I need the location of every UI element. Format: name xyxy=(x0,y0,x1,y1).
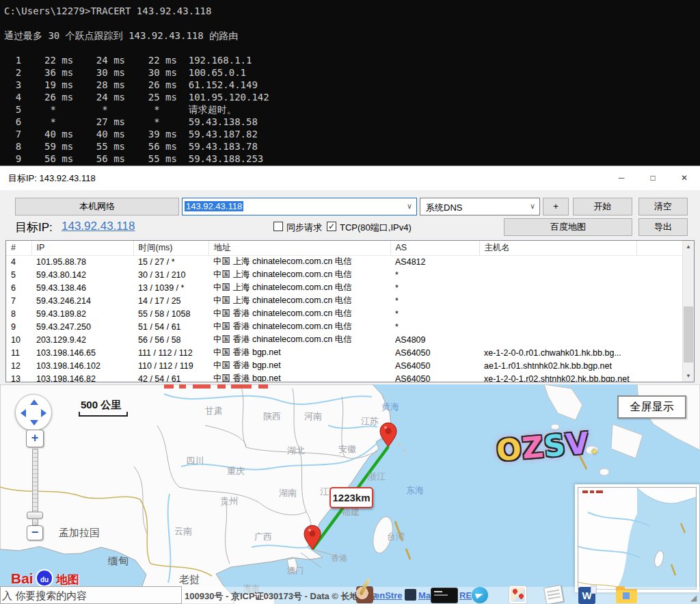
chevron-down-icon[interactable]: ∨ xyxy=(530,202,535,211)
taskbar-search-box[interactable]: 入 你要搜索的内容 xyxy=(0,586,182,604)
table-cell: 59.43.80.142 xyxy=(31,268,133,281)
terminal-line xyxy=(4,42,700,54)
table-cell: * xyxy=(390,307,479,320)
column-header[interactable]: 地址 xyxy=(208,241,390,255)
table-row[interactable]: 959.43.247.25051 / 54 / 61中国 香港 chinatel… xyxy=(6,320,682,333)
chevron-down-icon[interactable]: ∨ xyxy=(407,202,412,211)
ryukyu-chain xyxy=(395,456,587,560)
table-cell: 4 xyxy=(6,255,31,268)
table-row[interactable]: 12103.198.146.102110 / 112 / 119中国 香港 bg… xyxy=(6,359,682,372)
map-pin-shanghai[interactable] xyxy=(380,423,396,447)
avatar-app-icon[interactable] xyxy=(356,586,373,603)
pan-up-icon[interactable] xyxy=(30,399,38,405)
table-cell xyxy=(636,294,682,307)
table-cell: 中国 香港 chinatelecom.com.cn 电信 xyxy=(208,307,390,320)
scroll-up-icon[interactable]: ▲ xyxy=(683,241,694,252)
table-cell: 中国 香港 bgp.net xyxy=(208,346,390,359)
start-button[interactable]: 开始 xyxy=(573,198,632,215)
terminal-line: C:\Users\12279>TRACERT 143.92.43.118 xyxy=(4,5,700,17)
table-row[interactable]: 559.43.80.14230 / 31 / 210中国 上海 chinatel… xyxy=(6,268,682,281)
zoom-slider-handle[interactable] xyxy=(27,512,43,519)
attribution-link[interactable]: RE xyxy=(459,590,472,601)
map-label: 老挝 xyxy=(179,573,200,586)
clear-button[interactable]: 清空 xyxy=(638,198,688,215)
table-cell: 8 xyxy=(6,307,31,320)
map-label: 孟加拉国 xyxy=(59,527,100,540)
dark-app-icon[interactable] xyxy=(405,589,416,601)
map-label: 重庆 xyxy=(227,465,245,477)
scroll-down-icon[interactable]: ▼ xyxy=(683,370,694,382)
column-header[interactable] xyxy=(636,241,682,255)
table-cell: 中国 上海 chinatelecom.com.cn 电信 xyxy=(208,281,390,294)
pan-down-icon[interactable] xyxy=(30,420,38,425)
map-pan-control[interactable] xyxy=(15,394,52,431)
table-cell: 51 / 54 / 61 xyxy=(133,320,208,333)
pan-right-icon[interactable] xyxy=(41,409,46,417)
island xyxy=(600,469,609,475)
target-ip-link[interactable]: 143.92.43.118 xyxy=(62,220,135,233)
word-icon[interactable]: W xyxy=(578,587,595,604)
zoom-in-button[interactable]: + xyxy=(26,430,44,447)
table-row[interactable]: 10203.129.9.4256 / 56 / 58中国 香港 chinatel… xyxy=(6,333,682,346)
table-cell xyxy=(636,372,682,382)
column-header[interactable]: AS xyxy=(390,241,479,255)
cmd-terminal[interactable]: C:\Users\12279>TRACERT 143.92.43.118 通过最… xyxy=(0,0,700,166)
terminal-line: 2 36 ms 30 ms 30 ms 100.65.0.1 xyxy=(4,66,700,79)
table-cell: AS64050 xyxy=(390,359,479,372)
scrollbar-thumb[interactable] xyxy=(684,306,693,363)
add-button[interactable]: + xyxy=(543,198,569,215)
korea-land xyxy=(544,384,582,420)
table-cell: AS64050 xyxy=(390,372,479,382)
column-header[interactable]: 主机名 xyxy=(479,241,636,255)
table-cell xyxy=(636,359,682,372)
sync-request-checkbox[interactable] xyxy=(273,222,283,231)
telegram-icon[interactable] xyxy=(472,587,488,603)
local-network-button[interactable]: 本机网络 xyxy=(15,198,179,215)
table-cell: 15 / 27 / * xyxy=(133,255,208,268)
baidu-map-button[interactable]: 百度地图 xyxy=(504,218,632,236)
target-ip-combobox[interactable]: 143.92.43.118 ∨ xyxy=(182,198,417,215)
column-header[interactable]: # xyxy=(6,241,31,255)
table-row[interactable]: 759.43.246.21414 / 17 / 25中国 上海 chinatel… xyxy=(6,294,682,307)
export-button[interactable]: 导出 xyxy=(638,218,688,236)
column-header[interactable]: 时间(ms) xyxy=(133,241,208,255)
column-header[interactable]: IP xyxy=(31,241,133,255)
map-app-icon[interactable] xyxy=(509,586,527,604)
inset-map-canvas xyxy=(578,488,696,589)
map-attribution: 100930号 - 京ICP证030173号 - Data © 长地万方 xyxy=(185,590,377,603)
table-cell: 13 xyxy=(6,372,31,382)
folder-icon[interactable] xyxy=(616,589,637,603)
table-row[interactable]: 659.43.138.4613 / 1039 / *中国 上海 chinatel… xyxy=(6,281,682,294)
table-row[interactable]: 13103.198.146.8242 / 54 / 61中国 香港 bgp.ne… xyxy=(6,372,682,382)
table-cell: AS64050 xyxy=(390,346,479,359)
dns-select[interactable]: 系统DNS ∨ xyxy=(420,198,540,215)
overview-inset-map[interactable] xyxy=(578,487,697,590)
watermark-letter: Z xyxy=(520,430,545,466)
maximize-button[interactable]: □ xyxy=(637,166,669,190)
table-cell xyxy=(636,333,682,346)
notepad-icon[interactable] xyxy=(543,585,564,604)
map-label: 浙江 xyxy=(368,471,386,483)
table-cell: xe-1-2-0-0.r01.chwahk01.hk.bb.bg... xyxy=(479,346,636,359)
baidu-map-panel[interactable]: 甘肃陕西河南江苏安徽湖北四川重庆浙江湖南江西福建贵州云南广西台湾香港澳门海南孟加… xyxy=(0,384,700,604)
table-header[interactable]: #IP时间(ms)地址AS主机名 xyxy=(6,241,682,255)
table-cell xyxy=(479,255,636,268)
map-label: 贵州 xyxy=(220,495,238,508)
terminal-app-icon[interactable] xyxy=(431,588,458,603)
search-placeholder: 入 你要搜索的内容 xyxy=(2,590,87,603)
attribution-link[interactable]: enStre xyxy=(375,590,402,601)
fullscreen-button[interactable]: 全屏显示 xyxy=(617,395,686,419)
table-row[interactable]: 4101.95.88.7815 / 27 / *中国 上海 chinatelec… xyxy=(6,255,682,268)
screen: C:\Users\12279>TRACERT 143.92.43.118 通过最… xyxy=(0,0,700,604)
table-cell: * xyxy=(390,320,479,333)
vertical-scrollbar[interactable]: ▲ ▼ xyxy=(682,241,694,382)
target-ip-label: 目标IP: xyxy=(15,220,53,235)
zoom-out-button[interactable]: − xyxy=(27,525,43,540)
pan-left-icon[interactable] xyxy=(21,409,26,417)
table-row[interactable]: 11103.198.146.65111 / 112 / 112中国 香港 bgp… xyxy=(6,346,682,359)
table-cell: 中国 香港 bgp.net xyxy=(208,372,390,382)
tcp-checkbox[interactable]: ✓ xyxy=(327,222,336,231)
table-row[interactable]: 859.43.189.8255 / 58 / 1058中国 香港 chinate… xyxy=(6,307,682,320)
close-button[interactable]: ✕ xyxy=(669,166,700,190)
minimize-button[interactable]: ─ xyxy=(606,166,637,190)
